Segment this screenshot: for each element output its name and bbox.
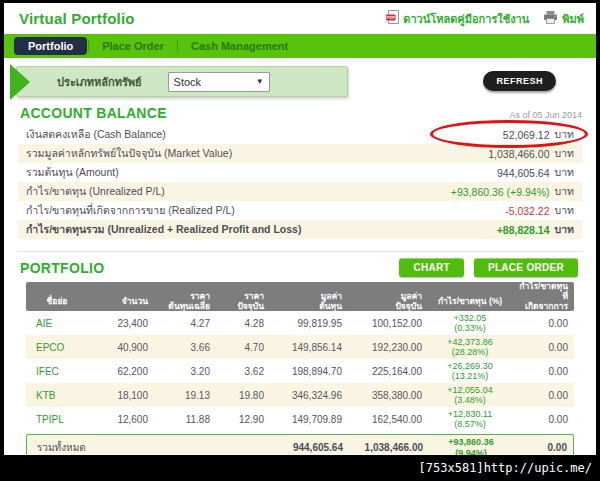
pl-percent: (3.48%) xyxy=(454,395,486,405)
pl-cell: +332.05(0.33%) xyxy=(428,313,512,334)
col-realized-pl: กำไร/ขาดทุน ที่เกิดจากการขาย xyxy=(512,282,574,321)
pl-percent: (0.33%) xyxy=(454,323,486,333)
tab-separator xyxy=(177,40,178,52)
realized-cell: 0.00 xyxy=(512,414,574,425)
current-price-cell: 12.90 xyxy=(216,414,270,425)
market-value-cell: 100,152.00 xyxy=(348,318,428,329)
svg-text:PDF: PDF xyxy=(387,15,396,20)
balance-label: รวมมูลค่าหลักทรัพย์ในปัจจุบัน (Market Va… xyxy=(26,145,232,162)
stock-symbol[interactable]: KTB xyxy=(26,390,88,401)
pl-value: +26,269.30 xyxy=(447,361,492,371)
col-line2: ต้นทุนเฉลี่ย xyxy=(168,301,210,311)
pl-percent: (8.57%) xyxy=(454,419,486,429)
cost-value-cell: 149,709.89 xyxy=(270,414,348,425)
portfolio-buttons: CHART PLACE ORDER xyxy=(399,258,578,277)
total-cost-value: 944,605.64 xyxy=(271,442,349,453)
print-label: พิมพ์ xyxy=(562,10,584,28)
realized-cell: 0.00 xyxy=(512,342,574,353)
pl-value: +332.05 xyxy=(454,313,487,323)
stock-symbol[interactable]: TPIPL xyxy=(26,414,88,425)
balance-row-realized-pl: กำไร/ขาดทุนที่เกิดจากการขาย (Realized P/… xyxy=(18,201,582,220)
balance-value: 1,038,466.00 บาท xyxy=(488,145,574,162)
col-quantity: จำนวน xyxy=(88,297,154,307)
col-line1: กำไร/ขาดทุน ที่ xyxy=(519,281,568,301)
account-balance-title: ACCOUNT BALANCE xyxy=(20,105,167,121)
cost-value-cell: 198,894.70 xyxy=(270,366,348,377)
current-price-cell: 3.62 xyxy=(216,366,270,377)
quantity-cell: 23,400 xyxy=(88,318,154,329)
realized-cell: 0.00 xyxy=(512,366,574,377)
pl-value: +12,055.04 xyxy=(447,385,492,395)
stock-symbol[interactable]: IFEC xyxy=(26,366,88,377)
avg-cost-cell: 11.88 xyxy=(154,414,216,425)
current-price-cell: 4.28 xyxy=(216,318,270,329)
realized-cell: 0.00 xyxy=(512,390,574,401)
chevron-down-icon: ▼ xyxy=(256,77,264,86)
col-cost-value: มูลค่าต้นทุน xyxy=(270,292,348,312)
refresh-button[interactable]: REFRESH xyxy=(483,71,556,91)
table-row: KTB 18,100 19.13 19.80 346,324.96 358,38… xyxy=(26,383,574,407)
main-content: ประเภทหลักทรัพย์ Stock ▼ REFRESH ACCOUNT… xyxy=(4,58,596,455)
balance-unit: บาท xyxy=(555,221,574,238)
balance-amount: 1,038,466.00 xyxy=(488,148,549,160)
balance-amount: -5,032.22 xyxy=(505,205,549,217)
stock-symbol[interactable]: AIE xyxy=(26,318,88,329)
balance-label: เงินสดคงเหลือ (Cash Balance) xyxy=(26,126,166,143)
portfolio-header: PORTFOLIO CHART PLACE ORDER xyxy=(20,258,578,277)
balance-amount: +88,828.14 xyxy=(497,224,550,236)
balance-label: รวมต้นทุน (Amount) xyxy=(26,164,119,181)
green-arrow-icon xyxy=(10,64,30,100)
balance-value: -5,032.22 บาท xyxy=(505,202,574,219)
balance-row-total-pl: กำไร/ขาดทุนรวม (Unrealized + Realized Pr… xyxy=(18,220,582,239)
balance-value: +93,860.36 (+9.94%) บาท xyxy=(451,183,574,200)
total-market-value: 1,038,466.00 xyxy=(349,442,429,453)
total-pl-percent: (9.94%) xyxy=(455,448,487,456)
current-price-cell: 19.80 xyxy=(216,390,270,401)
balance-unit: บาท xyxy=(555,164,574,181)
quantity-cell: 12,600 xyxy=(88,414,154,425)
tab-cash-management[interactable]: Cash Management xyxy=(179,37,300,55)
watermark-text: [753x581]http://upic.me/ xyxy=(419,461,592,475)
tab-portfolio[interactable]: Portfolio xyxy=(14,37,87,55)
market-value-cell: 162,540.00 xyxy=(348,414,428,425)
portfolio-table: ชื่อย่อ จำนวน ราคาต้นทุนเฉลี่ย ราคาปัจจุ… xyxy=(26,282,574,431)
col-symbol: ชื่อย่อ xyxy=(26,297,88,307)
download-manual-label: ดาวน์โหลดคู่มือการใช้งาน xyxy=(403,10,529,28)
realized-cell: 0.00 xyxy=(512,318,574,329)
as-of-date: As of 05 Jun 2014 xyxy=(509,110,582,120)
stock-symbol[interactable]: EPCO xyxy=(26,342,88,353)
balance-unit: บาท xyxy=(555,202,574,219)
pdf-icon: PDF xyxy=(386,10,399,27)
place-order-button[interactable]: PLACE ORDER xyxy=(474,258,578,277)
total-pl-value: +93,860.36 xyxy=(448,437,493,447)
tab-place-order[interactable]: Place Order xyxy=(90,37,176,55)
balance-value: +88,828.14 บาท xyxy=(497,221,574,238)
pl-cell: +12,055.04(3.48%) xyxy=(428,385,512,406)
avg-cost-cell: 3.66 xyxy=(154,342,216,353)
pl-cell: +42,373.86(28.28%) xyxy=(428,337,512,358)
chart-button[interactable]: CHART xyxy=(399,258,464,277)
balance-label: กำไร/ขาดทุนที่เกิดจากการขาย (Realized P/… xyxy=(26,202,235,219)
cost-value-cell: 149,856.14 xyxy=(270,342,348,353)
balance-value: 944,605.64 บาท xyxy=(497,164,574,181)
header-links: PDF ดาวน์โหลดคู่มือการใช้งาน พิมพ์ xyxy=(386,10,584,28)
col-market-value: มูลค่าปัจจุบัน xyxy=(348,292,428,312)
quantity-cell: 62,200 xyxy=(88,366,154,377)
total-realized: 0.00 xyxy=(513,442,573,453)
col-line1: ราคา xyxy=(190,291,210,301)
col-line2: ต้นทุน xyxy=(319,301,342,311)
screenshot-frame: Virtual Portfolio PDF ดาวน์โหลดคู่มือการ… xyxy=(0,0,600,481)
security-type-select[interactable]: Stock ▼ xyxy=(168,72,270,92)
pl-percent: (28.28%) xyxy=(452,347,489,357)
market-value-cell: 358,380.00 xyxy=(348,390,428,401)
balance-amount: +93,860.36 (+9.94%) xyxy=(451,186,550,198)
col-line1: มูลค่า xyxy=(401,291,422,301)
page-title: Virtual Portfolio xyxy=(19,10,135,27)
download-manual-link[interactable]: PDF ดาวน์โหลดคู่มือการใช้งาน xyxy=(386,10,529,28)
col-pl-pct: กำไร/ขาดทุน (%) xyxy=(428,297,512,307)
col-line2: ปัจจุบัน xyxy=(395,301,422,311)
market-value-cell: 192,230.00 xyxy=(348,342,428,353)
print-link[interactable]: พิมพ์ xyxy=(543,10,584,28)
total-label: รวมทั้งหมด xyxy=(27,440,271,455)
col-line1: ราคา xyxy=(244,291,264,301)
